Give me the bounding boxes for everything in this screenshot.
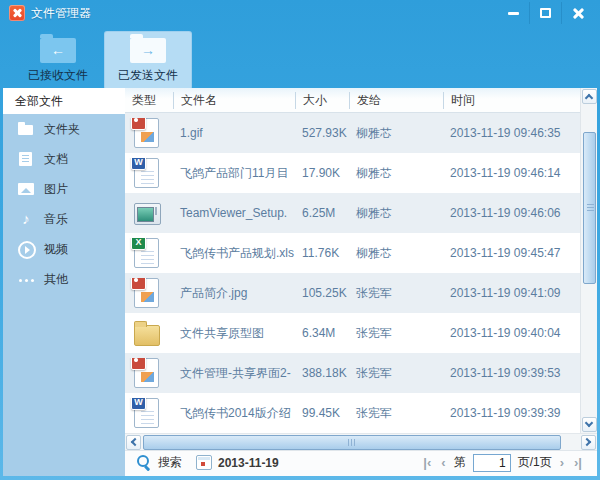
- sidebar-item-documents[interactable]: 文档: [3, 144, 125, 174]
- bottom-bar: 搜索 2013-11-19 |‹ ‹ 第 页/1页 › ›|: [125, 450, 597, 476]
- table-row[interactable]: TeamViewer_Setup. 6.25M 柳雅芯 2013-11-19 0…: [125, 193, 580, 233]
- file-time: 2013-11-19 09:46:35: [443, 126, 580, 140]
- sent-files-label: 已发送文件: [105, 67, 191, 84]
- table-row[interactable]: 飞鸽产品部门11月目 17.90K 柳雅芯 2013-11-19 09:46:1…: [125, 153, 580, 193]
- file-recipient: 张宪军: [349, 365, 443, 382]
- vertical-scroll-thumb[interactable]: [583, 132, 596, 284]
- arrow-right-icon: →: [141, 42, 155, 58]
- table-row[interactable]: 产品简介.jpg 105.25K 张宪军 2013-11-19 09:41:09: [125, 273, 580, 313]
- scroll-left-button[interactable]: [126, 435, 141, 450]
- page-number-input[interactable]: [473, 454, 511, 472]
- file-name: 文件管理-共享界面2-: [173, 365, 295, 382]
- next-page-button[interactable]: ›: [555, 455, 569, 470]
- file-recipient: 柳雅芯: [349, 205, 443, 222]
- file-time: 2013-11-19 09:41:09: [443, 286, 580, 300]
- file-recipient: 张宪军: [349, 325, 443, 342]
- file-name: 1.gif: [173, 126, 295, 140]
- file-name: 飞鸽传书2014版介绍: [173, 405, 295, 422]
- sent-files-button[interactable]: → 已发送文件: [105, 32, 191, 89]
- header-size[interactable]: 大小: [295, 92, 349, 109]
- sidebar-item-music[interactable]: ♪ 音乐: [3, 204, 125, 234]
- main-area: 全部文件 文件夹 文档 图片 ♪ 音乐 视频: [3, 88, 597, 476]
- file-recipient: 张宪军: [349, 285, 443, 302]
- horizontal-scrollbar[interactable]: [125, 433, 597, 450]
- table-row[interactable]: 飞鸽传书2014版介绍 99.45K 张宪军 2013-11-19 09:39:…: [125, 393, 580, 433]
- file-time: 2013-11-19 09:40:04: [443, 326, 580, 340]
- close-button[interactable]: [561, 2, 593, 24]
- folder-receive-icon: ←: [40, 38, 76, 63]
- toolbar: ← 已接收文件 → 已发送文件: [3, 26, 597, 88]
- file-size: 388.18K: [295, 366, 349, 380]
- chevron-up-icon: [585, 94, 593, 102]
- folder-icon: [17, 121, 35, 137]
- music-icon: ♪: [17, 211, 35, 227]
- ellipsis-icon: [17, 271, 35, 287]
- table-row[interactable]: 文件共享原型图 6.34M 张宪军 2013-11-19 09:40:04: [125, 313, 580, 353]
- horizontal-scroll-track[interactable]: [142, 435, 580, 450]
- header-filename[interactable]: 文件名: [173, 92, 295, 109]
- app-file-icon: [134, 203, 161, 225]
- file-recipient: 柳雅芯: [349, 125, 443, 142]
- table-row[interactable]: 飞鸽传书产品规划.xls 11.76K 柳雅芯 2013-11-19 09:45…: [125, 233, 580, 273]
- search-button[interactable]: 搜索: [137, 454, 182, 471]
- page-suffix-label: 页/1页: [515, 454, 555, 471]
- vertical-scrollbar[interactable]: [580, 88, 597, 433]
- scroll-up-button[interactable]: [582, 89, 597, 104]
- table-header: 类型 文件名 大小 发给 时间: [125, 88, 580, 113]
- sidebar-item-label: 文档: [44, 151, 68, 168]
- file-name: 产品简介.jpg: [173, 285, 295, 302]
- date-picker[interactable]: 2013-11-19: [196, 455, 279, 470]
- file-time: 2013-11-19 09:46:14: [443, 166, 580, 180]
- table-wrap: 类型 文件名 大小 发给 时间 1.gif 527.93K 柳雅芯 2013-1…: [125, 88, 597, 433]
- sidebar-item-videos[interactable]: 视频: [3, 234, 125, 264]
- image-file-icon: [134, 278, 159, 308]
- excel-file-icon: [134, 238, 159, 268]
- received-files-button[interactable]: ← 已接收文件: [15, 32, 101, 89]
- calendar-icon: [196, 455, 212, 470]
- file-recipient: 柳雅芯: [349, 245, 443, 262]
- sidebar-item-folders[interactable]: 文件夹: [3, 114, 125, 144]
- file-size: 527.93K: [295, 126, 349, 140]
- word-file-icon: [134, 398, 159, 428]
- scroll-right-button[interactable]: [581, 435, 596, 450]
- file-recipient: 张宪军: [349, 405, 443, 422]
- table-row[interactable]: 1.gif 527.93K 柳雅芯 2013-11-19 09:46:35: [125, 113, 580, 153]
- image-file-icon: [134, 118, 159, 148]
- sidebar-item-label: 音乐: [44, 211, 68, 228]
- horizontal-scroll-thumb[interactable]: [143, 435, 561, 450]
- chevron-right-icon: [583, 438, 591, 446]
- sidebar-item-others[interactable]: 其他: [3, 264, 125, 294]
- app-logo-icon: [9, 5, 25, 21]
- window-title: 文件管理器: [31, 5, 91, 22]
- table-row[interactable]: 文件管理-共享界面2- 388.18K 张宪军 2013-11-19 09:39…: [125, 353, 580, 393]
- maximize-button[interactable]: [529, 2, 561, 24]
- file-list-pane: 类型 文件名 大小 发给 时间 1.gif 527.93K 柳雅芯 2013-1…: [125, 88, 597, 476]
- sidebar: 全部文件 文件夹 文档 图片 ♪ 音乐 视频: [3, 88, 125, 476]
- sidebar-item-label: 视频: [44, 241, 68, 258]
- header-type[interactable]: 类型: [125, 92, 173, 109]
- header-time[interactable]: 时间: [443, 92, 580, 109]
- prev-page-button[interactable]: ‹: [436, 455, 450, 470]
- picture-icon: [17, 181, 35, 197]
- maximize-icon: [540, 8, 551, 18]
- file-size: 105.25K: [295, 286, 349, 300]
- image-file-icon: [134, 358, 159, 388]
- close-icon: [572, 7, 584, 19]
- folder-send-icon: →: [130, 38, 166, 63]
- sidebar-item-label: 图片: [44, 181, 68, 198]
- chevron-down-icon: [585, 419, 593, 427]
- sidebar-item-all-files[interactable]: 全部文件: [3, 88, 125, 114]
- window-controls: [497, 2, 593, 24]
- first-page-button[interactable]: |‹: [418, 455, 436, 470]
- file-size: 6.34M: [295, 326, 349, 340]
- title-bar: 文件管理器: [3, 0, 597, 26]
- sidebar-item-label: 文件夹: [44, 121, 80, 138]
- file-recipient: 柳雅芯: [349, 165, 443, 182]
- minimize-button[interactable]: [497, 2, 529, 24]
- file-time: 2013-11-19 09:39:39: [443, 406, 580, 420]
- last-page-button[interactable]: ›|: [569, 455, 587, 470]
- header-recipient[interactable]: 发给: [349, 92, 443, 109]
- sidebar-item-pictures[interactable]: 图片: [3, 174, 125, 204]
- scroll-down-button[interactable]: [582, 417, 597, 432]
- file-size: 11.76K: [295, 246, 349, 260]
